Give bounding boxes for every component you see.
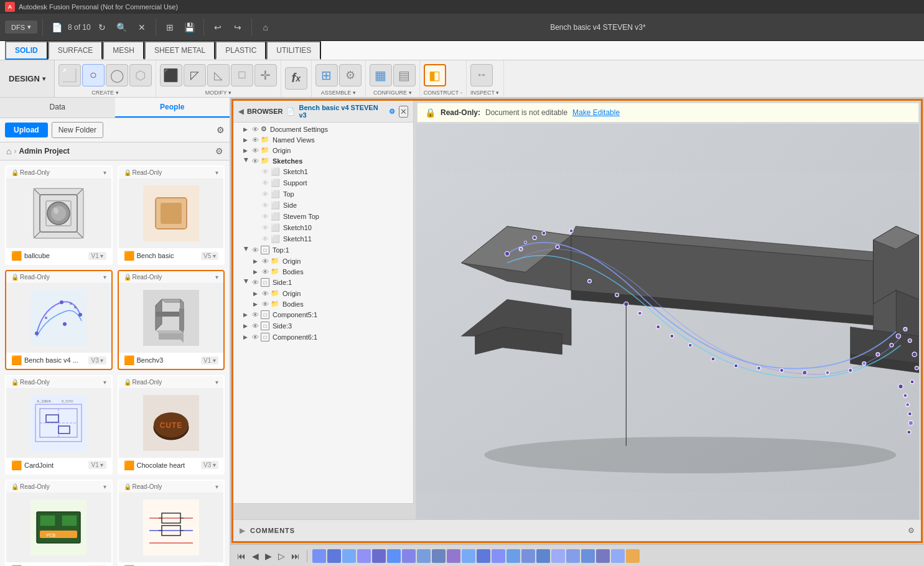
dropdown-chevron[interactable]: ▾ <box>103 169 106 176</box>
dropdown-chevron-3[interactable]: ▾ <box>103 274 106 281</box>
tree-stevem-top[interactable]: 👁 ⬜ Stevem Top <box>233 211 413 222</box>
timeline-item-6[interactable] <box>387 549 401 563</box>
dropdown-chevron-2[interactable]: ▾ <box>215 169 218 176</box>
timeline-item-7[interactable] <box>402 549 416 563</box>
tab-plastic[interactable]: PLASTIC <box>215 41 266 60</box>
timeline-item-5[interactable] <box>372 549 386 563</box>
file-icon[interactable]: 📄 <box>48 19 65 36</box>
eye-top1[interactable]: 👁 <box>251 246 259 254</box>
timeline-item-17[interactable] <box>551 549 565 563</box>
timeline-item-1[interactable] <box>312 549 326 563</box>
make-editable-link[interactable]: Make Editable <box>572 108 620 117</box>
modify-fillet-btn[interactable]: ◸ <box>184 64 206 86</box>
assemble-new-comp-btn[interactable]: ⊞ <box>315 64 338 86</box>
version-bench-basic[interactable]: V5 ▾ <box>201 252 218 260</box>
inspect-btn[interactable]: ↔ <box>470 64 493 86</box>
tab-sheet-metal[interactable]: SHEET METAL <box>144 41 215 60</box>
tree-top1[interactable]: ▶ 👁 □ Top:1 <box>233 244 413 256</box>
comments-expand-btn[interactable]: ▶ <box>240 526 245 535</box>
tab-mesh[interactable]: MESH <box>103 41 144 60</box>
undo-button[interactable]: ↩ <box>209 19 226 36</box>
search-button[interactable]: 🔍 <box>113 19 131 36</box>
home-button[interactable]: ⌂ <box>257 19 274 36</box>
tree-comp5[interactable]: ▶ 👁 □ Component5:1 <box>233 309 413 320</box>
tree-sketches[interactable]: ▶ 👁 📁 Sketches <box>233 155 413 166</box>
file-card-benchv3[interactable]: 🔒 Read-Only ▾ <box>118 270 225 369</box>
eye-top1-bodies[interactable]: 👁 <box>261 268 269 276</box>
eye-side1-bodies[interactable]: 👁 <box>261 300 269 308</box>
timeline-item-11[interactable] <box>462 549 475 563</box>
timeline-item-3[interactable] <box>342 549 356 563</box>
timeline-item-10[interactable] <box>447 549 460 563</box>
version-benchv3[interactable]: V1 ▾ <box>201 356 218 364</box>
create-sweep-btn[interactable]: ⬡ <box>129 64 152 86</box>
eye-comp5[interactable]: 👁 <box>251 311 259 318</box>
dropdown-chevron-4[interactable]: ▾ <box>215 274 218 281</box>
tree-support[interactable]: 👁 ⬜ Support <box>233 177 413 188</box>
timeline-prev-btn[interactable]: ◀ <box>250 550 261 562</box>
eye-top1-origin[interactable]: 👁 <box>261 257 269 265</box>
eye-stevem-top[interactable]: 👁 <box>261 213 269 220</box>
eye-sketch1[interactable]: 👁 <box>261 168 269 175</box>
timeline-end-btn[interactable]: ⏭ <box>289 550 302 562</box>
project-settings-icon[interactable]: ⚙ <box>215 146 223 156</box>
timeline-item-8[interactable] <box>417 549 431 563</box>
project-name[interactable]: Admin Project <box>19 147 69 155</box>
tree-document-settings[interactable]: ▶ 👁 ⚙ Document Settings <box>233 124 413 134</box>
eye-named-views[interactable]: 👁 <box>251 136 259 144</box>
redo-button[interactable]: ↪ <box>229 19 246 36</box>
timeline-item-15[interactable] <box>521 549 535 563</box>
timeline-play-btn[interactable]: ▶ <box>263 550 274 562</box>
viewport-3d[interactable]: ⊕ ⊞ ✋ 🔍 ◫ ⊟ ⊞ <box>416 124 919 539</box>
eye-comp6[interactable]: 👁 <box>251 333 259 341</box>
tree-side1-origin[interactable]: ▶ 👁 📁 Origin <box>233 288 413 299</box>
home-icon[interactable]: ⌂ <box>6 146 11 156</box>
dropdown-chevron-5[interactable]: ▾ <box>103 379 106 386</box>
upload-button[interactable]: Upload <box>5 123 48 137</box>
tree-side3[interactable]: ▶ 👁 □ Side:3 <box>233 320 413 332</box>
create-extrude-btn[interactable]: ⬜ <box>58 64 81 86</box>
timeline-item-16[interactable] <box>536 549 550 563</box>
modify-chamfer-btn[interactable]: ◺ <box>207 64 230 86</box>
file-card-electronics[interactable]: 🔒 Read-Only ▾ PCB 🟧 <box>5 480 113 566</box>
timeline-item-9[interactable] <box>432 549 446 563</box>
construct-btn[interactable]: ◧ <box>424 64 446 86</box>
eye-side3[interactable]: 👁 <box>251 322 259 330</box>
eye-sketch11[interactable]: 👁 <box>261 235 269 243</box>
tree-top1-bodies[interactable]: ▶ 👁 📁 Bodies <box>233 266 413 277</box>
timeline-item-18[interactable] <box>566 549 580 563</box>
timeline-item-12[interactable] <box>477 549 490 563</box>
modify-shell-btn[interactable]: □ <box>231 64 253 86</box>
comments-settings-btn[interactable]: ⚙ <box>908 526 915 535</box>
timeline-play2-btn[interactable]: ▷ <box>276 550 287 562</box>
timeline-item-13[interactable] <box>492 549 505 563</box>
dropdown-chevron-6[interactable]: ▾ <box>215 379 218 386</box>
tree-top-sketch[interactable]: 👁 ⬜ Top <box>233 188 413 200</box>
tab-surface[interactable]: SURFACE <box>48 41 103 60</box>
tab-people[interactable]: People <box>115 98 230 118</box>
tree-top1-origin[interactable]: ▶ 👁 📁 Origin <box>233 256 413 266</box>
browser-close-btn[interactable]: ✕ <box>399 106 408 118</box>
tree-side1-bodies[interactable]: ▶ 👁 📁 Bodies <box>233 299 413 309</box>
tab-utilities[interactable]: UTILITIES <box>266 41 321 60</box>
eye-side1-origin[interactable]: 👁 <box>261 290 269 297</box>
tree-sketch1[interactable]: 👁 ⬜ Sketch1 <box>233 166 413 177</box>
eye-top-sketch[interactable]: 👁 <box>261 190 269 198</box>
tree-side1[interactable]: ▶ 👁 □ Side:1 <box>233 277 413 288</box>
eye-doc-settings[interactable]: 👁 <box>251 126 259 133</box>
eye-sketch10[interactable]: 👁 <box>261 224 269 231</box>
tab-solid[interactable]: SOLID <box>5 41 48 60</box>
configure-btn1[interactable]: ▦ <box>370 64 392 86</box>
dropdown-chevron-7[interactable]: ▾ <box>103 483 106 490</box>
eye-origin-root[interactable]: 👁 <box>251 147 259 154</box>
file-card-cardjoint[interactable]: 🔒 Read-Only ▾ A_100/A <box>5 375 113 475</box>
tree-named-views[interactable]: ▶ 👁 📁 Named Views <box>233 134 413 145</box>
save-button[interactable]: 💾 <box>181 19 198 36</box>
grid-button[interactable]: ⊞ <box>161 19 179 36</box>
browser-back-btn[interactable]: ◀ <box>238 108 243 116</box>
file-card-esp32[interactable]: 🔒 Read-Only ▾ <box>118 480 225 566</box>
browser-pin-icon[interactable]: ⚙ <box>389 108 395 116</box>
left-settings-icon[interactable]: ⚙ <box>217 125 225 135</box>
timeline-item-19[interactable] <box>581 549 595 563</box>
eye-sketches[interactable]: 👁 <box>251 157 259 165</box>
